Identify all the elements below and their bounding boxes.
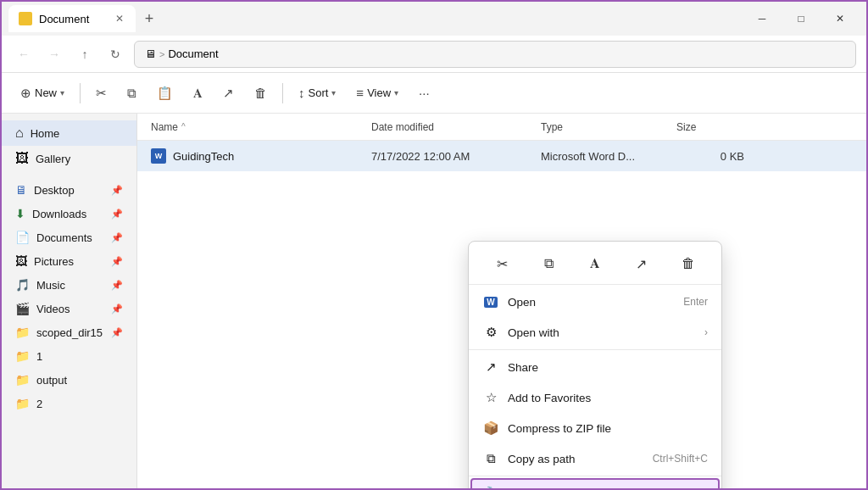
close-button[interactable]: ✕ <box>821 5 860 32</box>
minimize-button[interactable]: ─ <box>743 5 782 32</box>
ctx-favorites-icon: ☆ <box>482 389 499 406</box>
column-name-label: Name <box>151 121 178 133</box>
delete-icon: 🗑 <box>254 86 267 100</box>
ctx-zip-icon: 📦 <box>482 420 499 437</box>
more-icon: ··· <box>419 86 430 100</box>
ctx-rename-button[interactable]: 𝐀 <box>581 250 609 277</box>
sidebar-item-label: Home <box>31 127 60 140</box>
sidebar-item-pictures[interactable]: 🖼 Pictures 📌 <box>2 249 136 273</box>
gallery-icon: 🖼 <box>15 151 29 166</box>
ctx-open-label: Open <box>508 296 675 309</box>
paste-button[interactable]: 📋 <box>148 79 181 108</box>
back-button[interactable]: ← <box>12 42 36 66</box>
column-name[interactable]: Name ^ <box>151 121 371 133</box>
ctx-openwith-label: Open with <box>508 326 696 339</box>
ctx-zip-item[interactable]: 📦 Compress to ZIP file <box>469 413 721 443</box>
view-dropdown-arrow: ▾ <box>394 88 398 97</box>
ctx-share-item[interactable]: ↗ Share <box>469 352 721 382</box>
sidebar-item-label: Pictures <box>34 255 74 268</box>
ctx-openwith-item[interactable]: ⚙ Open with › <box>469 317 721 348</box>
pin-icon: 📌 <box>111 256 123 267</box>
rename-button[interactable]: 𝐀 <box>185 79 211 108</box>
ctx-zip-label: Compress to ZIP file <box>508 422 708 435</box>
home-icon: ⌂ <box>15 125 24 141</box>
view-button[interactable]: ≡ View ▾ <box>348 79 407 108</box>
forward-button[interactable]: → <box>42 42 66 66</box>
sidebar-item-music[interactable]: 🎵 Music 📌 <box>2 273 136 297</box>
new-tab-button[interactable]: + <box>136 5 163 32</box>
view-icon: ≡ <box>356 86 364 100</box>
sidebar-item-1[interactable]: 📁 1 <box>2 344 136 368</box>
pin-icon: 📌 <box>111 327 123 338</box>
tab-close-button[interactable]: ✕ <box>114 11 125 26</box>
refresh-button[interactable]: ↻ <box>103 42 127 66</box>
column-date-modified[interactable]: Date modified <box>371 121 541 133</box>
delete-button[interactable]: 🗑 <box>246 79 275 108</box>
sidebar-item-label: Gallery <box>36 153 70 165</box>
pin-icon: 📌 <box>111 185 123 196</box>
copy-button[interactable]: ⧉ <box>119 79 145 108</box>
sidebar-item-scoped[interactable]: 📁 scoped_dir15 📌 <box>2 320 136 344</box>
sidebar-item-2[interactable]: 📁 2 <box>2 392 136 415</box>
view-label: View <box>367 86 391 99</box>
tab-container: Document ✕ + <box>8 2 743 36</box>
sidebar-item-home[interactable]: ⌂ Home <box>2 120 136 146</box>
pin-icon: 📌 <box>111 209 123 220</box>
ctx-openwith-arrow: › <box>704 326 708 338</box>
folder-icon: 📁 <box>15 326 30 339</box>
ctx-copy-button[interactable]: ⧉ <box>535 250 562 277</box>
ctx-share-button[interactable]: ↗ <box>628 250 655 277</box>
ctx-cut-button[interactable]: ✂ <box>488 250 515 277</box>
sidebar-item-desktop[interactable]: 🖥 Desktop 📌 <box>2 178 136 202</box>
sidebar-item-gallery[interactable]: 🖼 Gallery <box>2 146 136 171</box>
sidebar-item-label: output <box>36 374 67 387</box>
file-cell-type: Microsoft Word D... <box>541 150 676 163</box>
address-path[interactable]: 🖥 > Document <box>134 41 856 68</box>
sort-button[interactable]: ↕ Sort ▾ <box>290 79 344 108</box>
sidebar-item-documents[interactable]: 📄 Documents 📌 <box>2 226 136 249</box>
ctx-copypath-icon: ⧉ <box>482 450 499 467</box>
word-file-icon: W <box>151 148 166 164</box>
up-button[interactable]: ↑ <box>73 42 97 66</box>
share-icon: ↗ <box>223 86 234 101</box>
share-button[interactable]: ↗ <box>214 79 242 108</box>
sort-icon: ↕ <box>298 86 305 100</box>
cut-button[interactable]: ✂ <box>87 79 115 108</box>
file-cell-date: 7/17/2022 12:00 AM <box>371 150 541 163</box>
ctx-favorites-item[interactable]: ☆ Add to Favorites <box>469 382 721 413</box>
tab-title: Document <box>39 13 89 25</box>
file-row[interactable]: W GuidingTech 7/17/2022 12:00 AM Microso… <box>137 141 866 171</box>
more-button[interactable]: ··· <box>410 79 438 108</box>
ctx-open-item[interactable]: W Open Enter <box>469 287 721 317</box>
column-size[interactable]: Size <box>676 121 744 133</box>
maximize-button[interactable]: □ <box>782 5 821 32</box>
sidebar-item-output[interactable]: 📁 output <box>2 368 136 392</box>
sidebar-item-videos[interactable]: 🎬 Videos 📌 <box>2 297 136 320</box>
new-icon: ⊕ <box>20 86 31 101</box>
ctx-share-label: Share <box>508 361 708 374</box>
videos-icon: 🎬 <box>15 302 30 315</box>
pin-icon: 📌 <box>111 232 123 243</box>
sidebar-item-label: Music <box>36 279 65 292</box>
title-bar: Document ✕ + ─ □ ✕ <box>2 2 866 36</box>
sidebar-item-label: Videos <box>36 303 70 315</box>
sidebar-item-label: 1 <box>36 350 42 363</box>
ctx-delete-button[interactable]: 🗑 <box>675 250 702 277</box>
music-icon: 🎵 <box>15 278 30 292</box>
pictures-icon: 🖼 <box>15 254 27 268</box>
window-controls: ─ □ ✕ <box>743 5 860 32</box>
ctx-properties-item[interactable]: 🔧 Properties Alt+Enter <box>470 478 720 490</box>
ctx-properties-label: Properties <box>509 487 655 491</box>
address-bar: ← → ↑ ↻ 🖥 > Document <box>2 36 866 73</box>
toolbar-divider-2 <box>282 83 283 103</box>
sidebar-item-downloads[interactable]: ⬇ Downloads 📌 <box>2 202 136 226</box>
context-menu-mini-toolbar: ✂ ⧉ 𝐀 ↗ 🗑 <box>469 245 721 285</box>
active-tab[interactable]: Document ✕ <box>8 5 136 32</box>
new-button[interactable]: ⊕ New ▾ <box>12 79 73 108</box>
sidebar-spacer <box>2 171 136 178</box>
folder-icon: 📁 <box>15 373 30 387</box>
column-type[interactable]: Type <box>541 121 676 133</box>
path-chevron: > <box>159 49 164 59</box>
ctx-copypath-item[interactable]: ⧉ Copy as path Ctrl+Shift+C <box>469 443 721 474</box>
ctx-properties-icon: 🔧 <box>484 485 501 490</box>
